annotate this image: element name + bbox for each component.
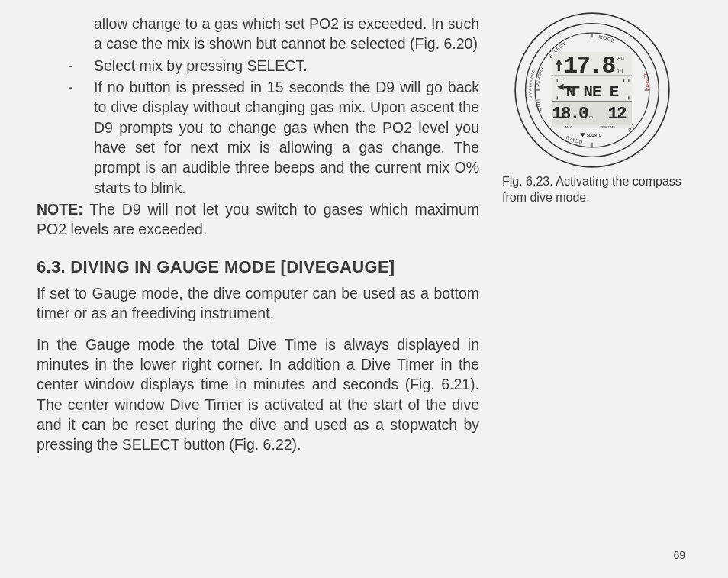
continuation-paragraph: allow change to a gas which set PO2 is e… [94, 14, 479, 54]
compass-reading: N NE E [566, 83, 619, 101]
depth-value: 17.8 [564, 53, 616, 79]
page-number: 69 [673, 549, 685, 561]
body-paragraph-2: In the Gauge mode the total Dive Time is… [37, 334, 479, 455]
max-depth-unit: m [589, 114, 593, 119]
divetime-label: DIVE TIME [600, 125, 615, 129]
max-depth-value: 18.0 [552, 104, 588, 124]
brand-label: SUUNTO [587, 134, 602, 137]
section-heading: 6.3. DIVING IN GAUGE MODE [DIVEGAUGE] [37, 256, 479, 279]
figure-caption: Fig. 6.23. Activating the compass from d… [498, 174, 687, 206]
note-text: The D9 will not let you switch to gases … [37, 201, 479, 237]
note-paragraph: NOTE: The D9 will not let you switch to … [37, 199, 479, 240]
bullet-text-1: Select mix by pressing SELECT. [94, 56, 479, 76]
ac-indicator: AC [617, 55, 624, 60]
bullet-text-2: If no button is pressed in 15 seconds th… [94, 77, 479, 198]
bullet-dash: - [68, 77, 94, 198]
max-label: MAX [565, 125, 572, 129]
depth-unit: m [617, 66, 623, 74]
main-text-column: allow change to a gas which set PO2 is e… [37, 14, 479, 455]
dive-time-value: 12 [607, 104, 627, 124]
note-label: NOTE: [37, 201, 83, 218]
body-paragraph-1: If set to Gauge mode, the dive computer … [37, 283, 479, 324]
dive-watch-icon: SELECT MODE ALARM UP DOWN QUIT MEMORY DA… [513, 11, 672, 170]
svg-rect-18 [558, 65, 560, 71]
bullet-item-2: - If no button is pressed in 15 seconds … [37, 77, 479, 198]
bullet-item-1: - Select mix by pressing SELECT. [37, 56, 479, 76]
bullet-dash: - [68, 56, 94, 76]
figure-area: SELECT MODE ALARM UP DOWN QUIT MEMORY DA… [498, 11, 687, 206]
